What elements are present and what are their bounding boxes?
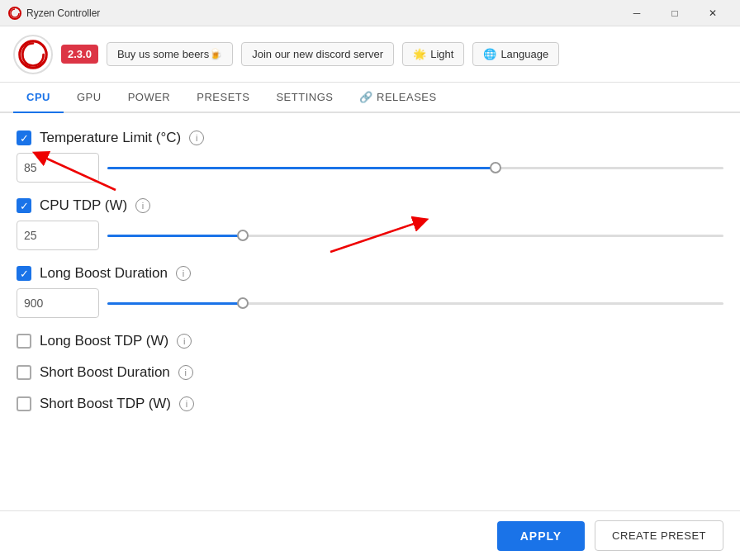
tab-power[interactable]: POWER — [115, 83, 184, 113]
title-bar: Ryzen Controller ─ □ ✕ — [0, 0, 740, 26]
label-short-boost-dur: Short Boost Duration — [40, 364, 170, 381]
discord-button[interactable]: Join our new discord server — [241, 42, 394, 66]
close-button[interactable]: ✕ — [694, 0, 732, 26]
controls-long-boost-dur — [17, 288, 723, 318]
logo — [13, 35, 53, 74]
label-cpu-tdp: CPU TDP (W) — [40, 197, 127, 214]
sun-icon: 🌟 — [413, 48, 426, 60]
create-preset-button[interactable]: CREATE PRESET — [595, 520, 723, 551]
tab-cpu[interactable]: CPU — [13, 83, 64, 113]
light-button[interactable]: 🌟 Light — [402, 42, 464, 66]
label-long-boost-tdp: Long Boost TDP (W) — [40, 333, 168, 349]
info-short-boost-dur[interactable]: i — [178, 365, 193, 380]
setting-long-boost-tdp: Long Boost TDP (W) i — [17, 333, 723, 349]
thumb-cpu-tdp[interactable] — [237, 230, 249, 241]
version-badge: 2.3.0 — [61, 45, 98, 64]
title-bar-left: Ryzen Controller — [8, 7, 100, 20]
checkbox-temp-limit[interactable]: ✓ — [17, 131, 31, 145]
thumb-temp-limit[interactable] — [490, 162, 501, 173]
setting-cpu-tdp: ✓ CPU TDP (W) i — [17, 197, 723, 250]
setting-short-boost-tdp: Short Boost TDP (W) i — [17, 396, 723, 412]
tab-presets[interactable]: PRESETS — [183, 83, 263, 113]
tab-releases[interactable]: 🔗 RELEASES — [346, 83, 449, 113]
language-button[interactable]: 🌐 Language — [472, 42, 559, 66]
logo-icon — [18, 40, 48, 69]
checkbox-long-boost-tdp[interactable] — [17, 334, 31, 349]
minimize-button[interactable]: ─ — [618, 0, 656, 26]
info-short-boost-tdp[interactable]: i — [179, 396, 194, 411]
app-icon — [8, 7, 21, 20]
label-long-boost-dur: Long Boost Duration — [40, 265, 168, 282]
setting-long-boost-dur: ✓ Long Boost Duration i — [17, 265, 723, 318]
beer-button[interactable]: Buy us some beers🍺 — [107, 42, 233, 66]
tab-gpu[interactable]: GPU — [64, 83, 115, 113]
maximize-button[interactable]: □ — [656, 0, 694, 26]
input-temp-limit[interactable] — [17, 153, 99, 183]
label-temp-limit: Temperature Limit (°C) — [40, 130, 181, 146]
slider-temp-limit[interactable] — [107, 153, 723, 183]
input-long-boost-dur[interactable] — [17, 288, 99, 318]
globe-icon: 🌐 — [483, 48, 496, 60]
controls-temp-limit — [17, 153, 723, 183]
thumb-long-boost-dur[interactable] — [237, 297, 249, 309]
main-content: ✓ Temperature Limit (°C) i ✓ CPU TDP (W)… — [0, 113, 740, 505]
info-temp-limit[interactable]: i — [189, 131, 204, 145]
info-cpu-tdp[interactable]: i — [135, 198, 150, 213]
setting-short-boost-dur-header: Short Boost Duration i — [17, 364, 723, 381]
apply-button[interactable]: APPLY — [497, 521, 585, 551]
info-long-boost-tdp[interactable]: i — [177, 334, 192, 349]
slider-cpu-tdp[interactable] — [107, 221, 723, 250]
setting-short-boost-dur: Short Boost Duration i — [17, 364, 723, 381]
setting-temp-header: ✓ Temperature Limit (°C) i — [17, 130, 723, 146]
checkbox-cpu-tdp[interactable]: ✓ — [17, 198, 31, 213]
language-label: Language — [500, 48, 548, 60]
checkbox-short-boost-dur[interactable] — [17, 365, 31, 380]
slider-long-boost-dur[interactable] — [107, 288, 723, 318]
nav-tabs: CPU GPU POWER PRESETS SETTINGS 🔗 RELEASE… — [0, 83, 740, 113]
info-long-boost-dur[interactable]: i — [176, 266, 191, 281]
tab-settings[interactable]: SETTINGS — [263, 83, 346, 113]
input-cpu-tdp[interactable] — [17, 221, 99, 250]
setting-long-boost-tdp-header: Long Boost TDP (W) i — [17, 333, 723, 349]
setting-long-boost-dur-header: ✓ Long Boost Duration i — [17, 265, 723, 282]
setting-short-boost-tdp-header: Short Boost TDP (W) i — [17, 396, 723, 412]
checkbox-long-boost-dur[interactable]: ✓ — [17, 266, 31, 281]
label-short-boost-tdp: Short Boost TDP (W) — [40, 396, 171, 412]
window-controls: ─ □ ✕ — [618, 0, 732, 26]
app-title: Ryzen Controller — [26, 7, 100, 19]
setting-cpu-tdp-header: ✓ CPU TDP (W) i — [17, 197, 723, 214]
header: 2.3.0 Buy us some beers🍺 Join our new di… — [0, 26, 740, 83]
bottom-bar: APPLY CREATE PRESET — [0, 510, 740, 560]
setting-temp-limit: ✓ Temperature Limit (°C) i — [17, 130, 723, 183]
checkbox-short-boost-tdp[interactable] — [17, 396, 31, 411]
controls-cpu-tdp — [17, 221, 723, 250]
light-label: Light — [430, 48, 453, 60]
